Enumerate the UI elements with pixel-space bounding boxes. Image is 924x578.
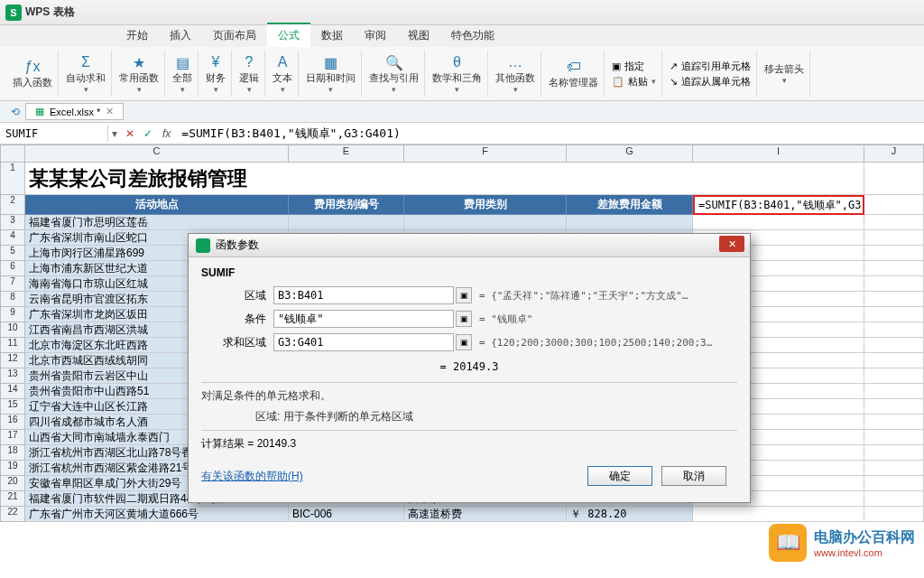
- select-all-corner[interactable]: [0, 144, 25, 163]
- row-header-20[interactable]: 20: [0, 476, 25, 491]
- close-tab-icon[interactable]: ✕: [106, 106, 114, 117]
- tab-view[interactable]: 视图: [397, 24, 440, 47]
- row-header-13[interactable]: 13: [0, 368, 25, 384]
- tab-special[interactable]: 特色功能: [440, 24, 505, 47]
- tab-review[interactable]: 审阅: [354, 24, 397, 47]
- col-header-E[interactable]: E: [289, 144, 404, 163]
- col-header-F[interactable]: F: [404, 144, 567, 163]
- remove-arrows-button[interactable]: 移去箭头: [764, 62, 804, 85]
- cell-location[interactable]: 福建省厦门市思明区莲岳: [25, 215, 289, 230]
- range-selector-button-2[interactable]: ▣: [456, 334, 472, 350]
- dialog-help-link[interactable]: 有关该函数的帮助(H): [201, 469, 303, 484]
- logical-button[interactable]: ?逻辑: [239, 53, 259, 94]
- tab-layout[interactable]: 页面布局: [202, 24, 267, 47]
- row-header-8[interactable]: 8: [0, 292, 25, 307]
- name-manager-button[interactable]: 🏷名称管理器: [549, 58, 598, 89]
- header-code[interactable]: 费用类别编号: [289, 195, 404, 215]
- cell-category[interactable]: [404, 215, 567, 230]
- trace-precedents-button[interactable]: ↗追踪引用单元格: [670, 59, 751, 74]
- cell[interactable]: [693, 215, 864, 230]
- cell[interactable]: [864, 230, 924, 246]
- cell-amount[interactable]: [567, 215, 693, 230]
- cell-location[interactable]: 广东省广州市天河区黄埔大道666号: [25, 507, 289, 522]
- row-header-11[interactable]: 11: [0, 338, 25, 353]
- header-location[interactable]: 活动地点: [25, 195, 289, 215]
- header-amount[interactable]: 差旅费用金额: [567, 195, 693, 215]
- header-category[interactable]: 费用类别: [404, 195, 567, 215]
- param-input-1[interactable]: [273, 310, 454, 328]
- row-header-19[interactable]: 19: [0, 461, 25, 476]
- common-fn-button[interactable]: ★常用函数: [119, 53, 159, 94]
- row-header-2[interactable]: 2: [0, 195, 25, 215]
- datetime-button[interactable]: ▦日期和时间: [306, 53, 356, 94]
- param-input-0[interactable]: [273, 286, 454, 304]
- cell-code[interactable]: BIC-006: [289, 507, 404, 522]
- name-box[interactable]: SUMIF: [0, 126, 108, 142]
- tab-start[interactable]: 开始: [116, 24, 159, 47]
- row-header-6[interactable]: 6: [0, 261, 25, 276]
- row-header-12[interactable]: 12: [0, 353, 25, 368]
- cell[interactable]: [864, 445, 924, 461]
- all-fn-button[interactable]: ▤全部: [172, 53, 192, 94]
- row-header-18[interactable]: 18: [0, 445, 25, 461]
- row-header-10[interactable]: 10: [0, 322, 25, 338]
- trace-dependents-button[interactable]: ↘追踪从属单元格: [670, 74, 751, 89]
- formula-cell-I2[interactable]: =SUMIF(B3:B401,"钱顺卓",G3:G401): [693, 195, 864, 215]
- financial-button[interactable]: ¥财务: [206, 53, 226, 94]
- dialog-title-bar[interactable]: 函数参数 ✕: [189, 234, 750, 257]
- math-button[interactable]: θ数学和三角: [432, 53, 482, 94]
- col-header-G[interactable]: G: [567, 144, 693, 163]
- cell[interactable]: [864, 322, 924, 338]
- name-box-dropdown[interactable]: ▾: [108, 127, 121, 140]
- tab-formula[interactable]: 公式: [267, 23, 310, 47]
- range-selector-button-1[interactable]: ▣: [456, 311, 472, 327]
- cell[interactable]: [693, 163, 864, 195]
- row-header-9[interactable]: 9: [0, 307, 25, 322]
- fx-button[interactable]: fx: [157, 127, 176, 140]
- cell[interactable]: [864, 415, 924, 430]
- tab-data[interactable]: 数据: [310, 24, 354, 47]
- dialog-cancel-button[interactable]: 取消: [661, 466, 726, 486]
- row-header-16[interactable]: 16: [0, 415, 25, 430]
- cell[interactable]: [864, 384, 924, 399]
- cell[interactable]: [864, 276, 924, 292]
- cell[interactable]: [864, 399, 924, 415]
- cell[interactable]: [864, 215, 924, 230]
- cell[interactable]: [864, 507, 924, 522]
- cell[interactable]: [864, 246, 924, 261]
- row-header-15[interactable]: 15: [0, 399, 25, 415]
- row-header-1[interactable]: 1: [0, 163, 25, 195]
- cell-category[interactable]: 高速道桥费: [404, 507, 567, 522]
- paste-button[interactable]: 📋粘贴: [612, 74, 656, 89]
- row-header-21[interactable]: 21: [0, 491, 25, 507]
- cell[interactable]: [864, 353, 924, 368]
- cell[interactable]: [864, 163, 924, 195]
- cell[interactable]: [864, 338, 924, 353]
- range-selector-button-0[interactable]: ▣: [456, 287, 472, 303]
- insert-function-button[interactable]: ƒx 插入函数: [13, 58, 52, 89]
- cell[interactable]: [864, 430, 924, 445]
- history-icon[interactable]: ⟲: [5, 106, 25, 118]
- cell[interactable]: [864, 368, 924, 384]
- row-header-7[interactable]: 7: [0, 276, 25, 292]
- cell[interactable]: [693, 507, 864, 522]
- row-header-17[interactable]: 17: [0, 430, 25, 445]
- autosum-button[interactable]: Σ自动求和: [66, 53, 106, 94]
- tab-insert[interactable]: 插入: [159, 24, 202, 47]
- lookup-button[interactable]: 🔍查找与引用: [369, 53, 419, 94]
- title-cell[interactable]: 某某某公司差旅报销管理: [25, 163, 693, 195]
- text-button[interactable]: A文本: [273, 53, 292, 94]
- cancel-formula-button[interactable]: ✕: [121, 127, 139, 140]
- row-header-3[interactable]: 3: [0, 215, 25, 230]
- cell[interactable]: [864, 195, 924, 215]
- row-header-14[interactable]: 14: [0, 384, 25, 399]
- row-header-22[interactable]: 22: [0, 507, 25, 522]
- col-header-I[interactable]: I: [693, 144, 864, 163]
- cell-amount[interactable]: ￥ 828.20: [567, 507, 693, 522]
- file-tab[interactable]: ▦ Excel.xlsx * ✕: [25, 103, 124, 120]
- cell[interactable]: [864, 476, 924, 491]
- cell[interactable]: [864, 491, 924, 507]
- cell[interactable]: [864, 307, 924, 322]
- col-header-J[interactable]: J: [864, 144, 924, 163]
- cell[interactable]: [864, 292, 924, 307]
